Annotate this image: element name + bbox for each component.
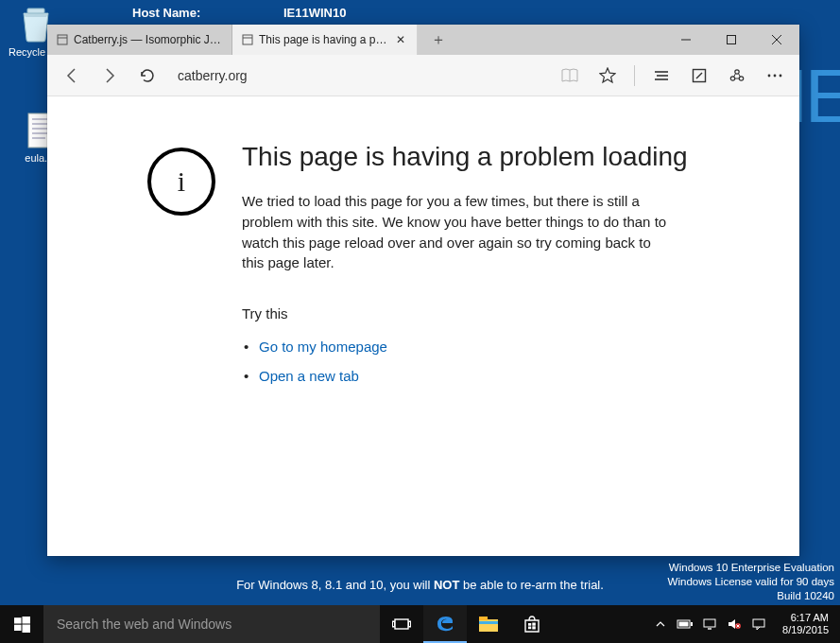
tab-label: This page is having a problem loading (259, 33, 388, 46)
svg-point-22 (739, 76, 743, 79)
svg-rect-9 (243, 35, 252, 44)
svg-rect-42 (679, 622, 689, 627)
page-icon (242, 34, 253, 45)
svg-point-25 (780, 74, 782, 77)
svg-rect-37 (532, 623, 536, 626)
taskbar: Search the web and Windows 6:17 AM 8/19/… (0, 605, 840, 643)
host-name-value: IE11WIN10 (283, 6, 346, 20)
taskbar-store-icon[interactable] (510, 605, 554, 643)
close-window-button[interactable] (754, 25, 799, 55)
tray-network-icon[interactable] (701, 618, 718, 630)
tray-battery-icon[interactable] (677, 619, 694, 629)
edge-window: Catberry.js — Isomorphic JavaScript Fram… (47, 25, 799, 556)
svg-rect-41 (691, 622, 693, 626)
clock[interactable]: 6:17 AM 8/19/2015 (775, 612, 836, 636)
maximize-button[interactable] (709, 25, 754, 55)
search-box[interactable]: Search the web and Windows (43, 605, 380, 643)
share-button[interactable] (720, 59, 754, 93)
svg-rect-43 (704, 619, 715, 627)
favorite-button[interactable] (591, 59, 625, 93)
svg-point-24 (774, 74, 777, 77)
taskbar-edge-icon[interactable] (423, 605, 467, 643)
rearm-notice: For Windows 8, 8.1 and 10, you will NOT … (0, 578, 840, 592)
svg-rect-31 (393, 621, 395, 627)
task-view-button[interactable] (380, 605, 423, 643)
taskbar-explorer-icon[interactable] (467, 605, 510, 643)
minimize-button[interactable] (663, 25, 709, 55)
start-button[interactable] (0, 605, 43, 643)
svg-rect-34 (479, 617, 488, 620)
tab-bar: Catberry.js — Isomorphic JavaScript Fram… (47, 25, 799, 55)
address-text: catberry.org (178, 68, 248, 83)
error-title: This page is having a problem loading (242, 142, 688, 172)
svg-rect-12 (728, 36, 736, 44)
refresh-button[interactable] (130, 59, 164, 93)
svg-rect-36 (528, 623, 531, 626)
toolbar: catberry.org (47, 55, 799, 96)
svg-rect-35 (479, 621, 498, 624)
tab-catberry[interactable]: Catberry.js — Isomorphic JavaScript Fram… (47, 25, 232, 55)
svg-rect-39 (532, 626, 536, 629)
svg-rect-26 (14, 617, 22, 623)
clock-date: 8/19/2015 (782, 624, 829, 636)
tray-notifications-icon[interactable] (750, 618, 767, 631)
error-content: i This page is having a problem loading … (47, 96, 799, 426)
svg-rect-27 (22, 617, 30, 624)
svg-point-23 (768, 74, 771, 77)
watermark-line1: Windows 10 Enterprise Evaluation (668, 561, 834, 575)
forward-button[interactable] (93, 59, 127, 93)
svg-rect-33 (479, 619, 498, 632)
page-icon (57, 34, 68, 45)
tab-label: Catberry.js — Isomorphic JavaScript Fram… (74, 33, 222, 46)
reading-view-button[interactable] (553, 59, 587, 93)
back-button[interactable] (55, 59, 89, 93)
address-bar[interactable]: catberry.org (168, 61, 549, 90)
svg-rect-30 (395, 619, 408, 629)
svg-rect-38 (528, 627, 531, 630)
separator (634, 65, 635, 86)
tab-error-page[interactable]: This page is having a problem loading ✕ (232, 25, 418, 55)
webnote-button[interactable] (682, 59, 716, 93)
svg-rect-48 (753, 619, 764, 627)
svg-rect-29 (22, 624, 30, 633)
more-button[interactable] (758, 59, 792, 93)
svg-point-21 (730, 76, 734, 79)
svg-rect-7 (58, 35, 67, 44)
tray-chevron-icon[interactable] (652, 618, 669, 630)
host-name-label: Host Name: (132, 6, 200, 20)
try-this-label: Try this (242, 305, 688, 322)
new-tab-button[interactable]: ＋ (418, 25, 459, 55)
tray-volume-icon[interactable] (726, 618, 743, 630)
system-tray: 6:17 AM 8/19/2015 (648, 605, 840, 643)
link-homepage[interactable]: Go to my homepage (259, 339, 688, 355)
info-icon: i (147, 148, 215, 216)
close-tab-icon[interactable]: ✕ (394, 33, 407, 46)
error-body: We tried to load this page for you a few… (242, 191, 677, 273)
search-placeholder: Search the web and Windows (57, 617, 231, 632)
svg-rect-28 (14, 624, 22, 630)
svg-rect-0 (27, 9, 44, 13)
hub-button[interactable] (644, 59, 678, 93)
svg-rect-32 (409, 621, 411, 627)
clock-time: 6:17 AM (782, 612, 829, 624)
link-new-tab[interactable]: Open a new tab (259, 368, 688, 384)
desktop: .IE Recycle Bin eula.txt Host Name: IE11… (0, 0, 840, 643)
